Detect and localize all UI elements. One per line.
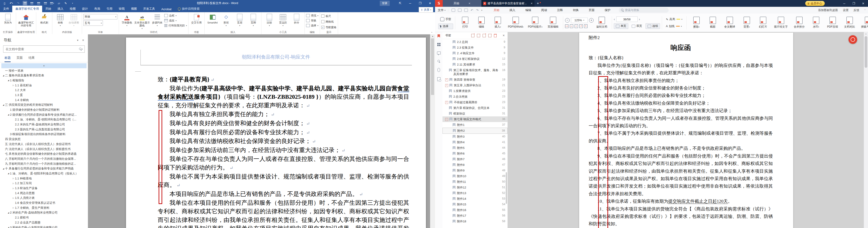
collapse-icon[interactable]: ◢	[2, 75, 5, 77]
合并拆分-button[interactable]: 合并拆分	[791, 17, 808, 29]
history-icon[interactable]	[437, 77, 440, 81]
多级列表-button[interactable]: 多级列表▾	[151, 13, 164, 27]
search-replace-box[interactable]: 搜索与替换	[619, 8, 669, 13]
字体颜色-button[interactable]: 字体颜色▾	[120, 13, 133, 27]
tab-引用[interactable]: 引用	[103, 6, 116, 12]
menubar-添加图标到桌面[interactable]: 添加图标到桌面	[818, 8, 838, 12]
chevron-down-icon[interactable]: ▾	[681, 25, 682, 27]
擦除-button[interactable]: 擦除▾	[688, 17, 705, 29]
checkbox-icon[interactable]	[321, 20, 324, 23]
chevron-down-icon[interactable]: ▾	[115, 16, 116, 18]
单页-view-button[interactable]: 单页	[614, 23, 628, 29]
chevron-down-icon[interactable]: ▾	[583, 19, 584, 21]
nav-tab-标题[interactable]: 标题	[4, 56, 11, 62]
编辑-button[interactable]: 编辑	[473, 17, 490, 29]
menu-保护[interactable]: 保护	[600, 8, 616, 12]
menu-页面[interactable]: 页面	[584, 8, 600, 12]
heading-item[interactable]: 2.1 油、冷鲜肉、蛋-朝阳泽利食品有限公司（...	[0, 117, 88, 122]
restore-button[interactable]: ❐	[849, 0, 859, 7]
align-left-icon[interactable]	[23, 1, 27, 5]
font-name-combo[interactable]: 宋体▾	[83, 14, 117, 20]
heading-item[interactable]: ◢2 米的生产商-盘锦鼎翔米业有限公司	[0, 211, 88, 215]
nav-pane-options-icon[interactable]: ▾	[77, 39, 79, 42]
bookmark-item[interactable]: 附件544	[442, 145, 507, 151]
close-panel-icon[interactable]: ✕	[502, 34, 505, 37]
格式刷-button[interactable]: 格式刷	[38, 13, 51, 24]
heading-item[interactable]: ▷1.3 榨油生产设备	[0, 186, 88, 191]
search-panel-icon[interactable]	[437, 60, 440, 63]
bookmark-item[interactable]: 附件1049	[442, 173, 507, 179]
bookmark-item[interactable]: 附件137	[442, 122, 507, 128]
menu-注释[interactable]: 注释	[552, 8, 568, 12]
heading-item[interactable]: 1 提供健全的财务会计制度的证明材料	[0, 107, 88, 112]
close-button[interactable]: ✕	[859, 0, 868, 7]
panel-scrollbar-thumb[interactable]	[506, 172, 507, 204]
signin-button[interactable]: 登录	[380, 1, 390, 6]
wps-logo[interactable]: S	[435, 0, 443, 7]
heading-item[interactable]: 3 根据征集项目提出的特殊条件的证明材料	[0, 132, 88, 137]
menubar-反馈[interactable]: 反馈	[854, 8, 859, 12]
bookmark-item[interactable]: 附件441	[442, 140, 507, 145]
nav-tab-页面[interactable]: 页面	[17, 56, 23, 62]
page-number-box[interactable]: 38/58	[616, 16, 638, 22]
heading-item[interactable]: ▷1.5 人员统计表	[0, 196, 88, 201]
menu-编辑[interactable]: 编辑	[521, 8, 536, 12]
heading-item[interactable]: 五 法定代表人（或非法人组织负责人）身份证明书	[0, 142, 88, 147]
hand-tool-button[interactable]: 手型	[438, 16, 453, 22]
bookmark-item[interactable]: 附件1352	[442, 190, 507, 196]
close-button[interactable]: ✕	[425, 0, 435, 6]
tab-鑫晟宇标书汇专用[interactable]: 鑫晟宇标书汇专用	[12, 6, 42, 12]
pen-icon[interactable]: ✎	[63, 1, 68, 5]
expand-icon[interactable]: ▷	[12, 84, 15, 86]
heading-item[interactable]: 一 报价一览表	[0, 68, 88, 73]
actual-size-icon[interactable]: 1:1	[565, 25, 568, 28]
heading-item[interactable]: 八 开标时间前六个月内任一个月的依法缴纳社会保障...	[0, 156, 88, 161]
redo-icon[interactable]: ↷	[16, 1, 21, 5]
share-button[interactable]: ⇪共享▾	[419, 7, 433, 13]
heading-item[interactable]: ▷1.1 葵花籽油	[0, 83, 88, 88]
heading-item[interactable]: ◢2 提供履行合同所必需的设备和专业技术能力的证...	[0, 112, 88, 117]
heading-item[interactable]: ◢1 检验报告	[0, 78, 88, 83]
标尺-checkbox[interactable]: 标尺	[321, 13, 337, 18]
幻灯片-button[interactable]: 幻灯片	[755, 17, 771, 29]
bookmark-item[interactable]: 附件340	[442, 134, 507, 140]
页脚-button[interactable]: 页脚▾	[247, 13, 260, 27]
expand-box-icon[interactable]: +	[445, 84, 448, 87]
collapse-icon[interactable]: ◢	[7, 226, 10, 228]
checkbox-icon[interactable]: ✓	[321, 26, 324, 29]
heading-item[interactable]: ▷1.2 加工车间	[0, 181, 88, 186]
expand-icon[interactable]: ▷	[12, 207, 15, 209]
SmartArt-button[interactable]: SmartArt	[206, 13, 219, 24]
页面编辑-button[interactable]: 页面编辑	[545, 17, 561, 29]
heading-item[interactable]: 九 开标时间前六个月内任一个月的依法缴纳税收的证...	[0, 161, 88, 166]
expand-box-icon[interactable]: +	[445, 78, 448, 81]
word-vertical-scrollbar[interactable]: ▲	[430, 34, 435, 228]
heading-item[interactable]: 2.2 米的生产商-盘锦鼎翔米业有限公司	[0, 122, 88, 127]
bookmark-item[interactable]: 附件1150	[442, 179, 507, 185]
heading-item[interactable]: 2.1 授权书	[0, 215, 88, 220]
add-parent-bookmark-icon[interactable]	[471, 34, 474, 37]
document-search-box[interactable]: ▾	[3, 45, 85, 53]
remove-bookmark-icon[interactable]	[488, 34, 491, 37]
heading-item[interactable]: ▷1.1 种植基地	[0, 176, 88, 181]
文本突出显示颜色-button[interactable]: 文本突出显示颜色▾	[134, 13, 150, 30]
font-size-combo[interactable]: 五号▾	[83, 20, 103, 26]
bookmark-item[interactable]: 1.按要求提供23	[442, 88, 507, 94]
nav-pane-close-icon[interactable]: ✕	[82, 39, 84, 42]
close-tab-icon[interactable]: ✕	[468, 2, 470, 5]
menu-插入[interactable]: 插入	[504, 8, 521, 12]
bookmark-item[interactable]: 2.合法有效23	[442, 94, 507, 100]
fit-width-icon[interactable]: ▭	[570, 25, 573, 28]
heading-item[interactable]: ◢1 油、冷鲜肉、蛋-朝阳泽利食品有限公司（投标人）	[0, 171, 88, 176]
bookmark-item[interactable]: 附件948	[442, 168, 507, 173]
heading-item[interactable]: 1.6 食品安全管理体系认证证书	[0, 200, 88, 205]
pdf-vertical-scrollbar[interactable]: ▲	[864, 32, 868, 228]
remove-parent-bookmark-icon[interactable]	[477, 34, 480, 37]
nav-tab-结果[interactable]: 结果	[29, 56, 35, 62]
heading-item[interactable]: ◢二 服务内容及服务要求应答表	[0, 73, 88, 78]
comments-icon[interactable]	[437, 51, 441, 54]
quick-icons-more[interactable]: ▾	[481, 9, 482, 11]
bookmark-item[interactable]: 2.11 其他要求15	[442, 62, 507, 67]
鑫晟宇标书汇内部专用-button[interactable]: 鑫晟宇标书汇内部专用	[18, 13, 35, 27]
vip-member-button[interactable]: ♛会员中心	[805, 1, 825, 6]
